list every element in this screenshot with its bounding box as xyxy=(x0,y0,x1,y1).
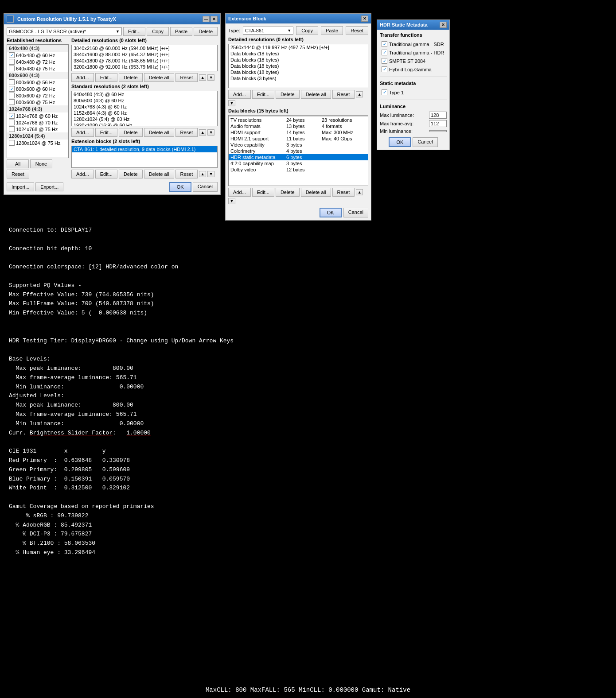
extension-up-arrow-icon[interactable]: ▲ xyxy=(199,171,206,177)
copy-button[interactable]: Copy xyxy=(147,27,169,36)
checkbox-640-72[interactable] xyxy=(9,59,15,65)
export-button[interactable]: Export... xyxy=(35,182,63,191)
extension-delete-all-button[interactable]: Delete all xyxy=(144,170,174,178)
close-button[interactable]: ✕ xyxy=(211,16,218,22)
chk-trad-sdr[interactable] xyxy=(382,41,387,47)
standard-item-1[interactable]: 800x600 (4:3) @ 60 Hz xyxy=(72,97,217,104)
detailed-item-3[interactable]: 3200x1800 @ 92.000 Hz (653.79 MHz) [+/+] xyxy=(72,64,217,70)
chk-type1[interactable] xyxy=(382,89,387,95)
standard-listbox[interactable]: 640x480 (4:3) @ 60 Hz 800x600 (4:3) @ 60… xyxy=(71,91,218,126)
delete-button[interactable]: Delete xyxy=(194,27,218,36)
ext-copy-button[interactable]: Copy xyxy=(296,26,318,35)
chk-trad-sdr-row[interactable]: Traditional gamma - SDR xyxy=(382,40,447,48)
detailed-item-2[interactable]: 3840x1800 @ 78.000 Hz (648.65 MHz) [+/+] xyxy=(72,58,217,64)
data-block-tv[interactable]: TV resolutions 24 bytes 23 resolutions xyxy=(229,117,368,123)
db-up-icon[interactable]: ▲ xyxy=(356,189,363,195)
chk-type1-row[interactable]: Type 1 xyxy=(382,89,447,96)
ext-ok-button[interactable]: OK xyxy=(320,208,342,217)
data-block-dolby[interactable]: Dolby video 12 bytes xyxy=(229,167,368,173)
established-item-800-72[interactable]: 800x600 @ 72 Hz xyxy=(7,92,68,99)
detailed-add-button[interactable]: Add... xyxy=(71,73,94,82)
ext-det-edit-button[interactable]: Edit... xyxy=(252,90,274,99)
extension-add-button[interactable]: Add... xyxy=(71,170,94,178)
established-item-640-75[interactable]: 640x480 @ 75 Hz xyxy=(7,65,68,72)
checkbox-640-60[interactable] xyxy=(9,52,15,58)
checkbox-1024-75[interactable] xyxy=(9,126,15,132)
max-frame-avg-input[interactable]: 112 xyxy=(429,120,447,127)
hdr-ok-button[interactable]: OK xyxy=(389,137,411,147)
chk-hlg-row[interactable]: Hybrid Log-Gamma xyxy=(382,66,447,73)
detailed-edit-button[interactable]: Edit... xyxy=(95,73,117,82)
ext-cancel-button[interactable]: Cancel xyxy=(343,208,368,217)
extension-item-1[interactable] xyxy=(72,152,217,159)
checkbox-800-56[interactable] xyxy=(9,79,15,85)
data-block-hdmi[interactable]: HDMI support 14 bytes Max: 300 MHz xyxy=(229,129,368,136)
standard-up-arrow-icon[interactable]: ▲ xyxy=(199,129,206,136)
db-delete-button[interactable]: Delete xyxy=(276,188,300,197)
ext-det-down-icon[interactable]: ▼ xyxy=(228,100,235,106)
extension-edit-button[interactable]: Edit... xyxy=(95,170,117,178)
ext-reset-button[interactable]: Reset xyxy=(346,26,368,35)
db-add-button[interactable]: Add... xyxy=(228,188,251,197)
min-luminance-input[interactable] xyxy=(429,130,447,132)
ext-detailed-item-5[interactable]: Data blocks (3 bytes) xyxy=(229,75,368,81)
data-blocks-listbox[interactable]: TV resolutions 24 bytes 23 resolutions A… xyxy=(228,115,368,186)
established-item-640-72[interactable]: 640x480 @ 72 Hz xyxy=(7,58,68,65)
db-down-icon[interactable]: ▼ xyxy=(228,198,235,204)
reset-established-button[interactable]: Reset xyxy=(7,170,29,178)
data-block-audio[interactable]: Audio formats 13 bytes 4 formats xyxy=(229,123,368,129)
ext-det-delete-all-button[interactable]: Delete all xyxy=(301,90,331,99)
extension-delete-button[interactable]: Delete xyxy=(119,170,143,178)
up-arrow-icon[interactable]: ▲ xyxy=(199,74,206,81)
detailed-reset-button[interactable]: Reset xyxy=(175,73,198,82)
detailed-item-1[interactable]: 3840x1600 @ 88.000 Hz (654.37 MHz) [+/+] xyxy=(72,51,217,58)
detailed-delete-button[interactable]: Delete xyxy=(119,73,143,82)
checkbox-640-75[interactable] xyxy=(9,66,15,71)
ext-detailed-item-0[interactable]: 2560x1440 @ 119.997 Hz (497.75 MHz) [+/+… xyxy=(229,44,368,50)
extension-item-0[interactable]: CTA-861: 1 detailed resolution, 9 data b… xyxy=(72,146,217,152)
down-arrow-icon[interactable]: ▼ xyxy=(207,74,214,81)
established-item-640-60[interactable]: 640x480 @ 60 Hz xyxy=(7,52,68,58)
max-luminance-input[interactable]: 128 xyxy=(429,112,447,119)
standard-add-button[interactable]: Add... xyxy=(71,128,94,137)
established-item-800-56[interactable]: 800x600 @ 56 Hz xyxy=(7,79,68,85)
established-item-1024-60[interactable]: 1024x768 @ 60 Hz xyxy=(7,112,68,119)
data-block-hdr[interactable]: HDR static metadata 6 bytes xyxy=(229,154,368,160)
chk-smpte-row[interactable]: SMPTE ST 2084 xyxy=(382,57,447,65)
standard-delete-button[interactable]: Delete xyxy=(119,128,143,137)
ext-detailed-item-3[interactable]: Data blocks (18 bytes) xyxy=(229,63,368,69)
standard-edit-button[interactable]: Edit... xyxy=(95,128,117,137)
extension-reset-button[interactable]: Reset xyxy=(175,170,198,178)
detailed-listbox[interactable]: 3840x2160 @ 60.000 Hz (594.00 MHz) [+/+]… xyxy=(71,45,218,71)
ext-det-up-icon[interactable]: ▲ xyxy=(356,91,363,97)
established-item-1280-75[interactable]: 1280x1024 @ 75 Hz xyxy=(7,140,68,146)
standard-item-2[interactable]: 1024x768 (4:3) @ 60 Hz xyxy=(72,104,217,110)
checkbox-800-75[interactable] xyxy=(9,99,15,105)
paste-button[interactable]: Paste xyxy=(170,27,192,36)
ext-paste-button[interactable]: Paste xyxy=(321,26,343,35)
established-item-800-75[interactable]: 800x600 @ 75 Hz xyxy=(7,99,68,105)
ok-button[interactable]: OK xyxy=(169,182,191,192)
ext-det-delete-button[interactable]: Delete xyxy=(276,90,300,99)
standard-reset-button[interactable]: Reset xyxy=(175,128,198,137)
edit-button[interactable]: Edit... xyxy=(123,27,145,36)
cancel-button[interactable]: Cancel xyxy=(193,182,218,192)
hdr-close-button[interactable]: ✕ xyxy=(440,22,447,28)
chk-trad-hdr-row[interactable]: Traditional gamma - HDR xyxy=(382,49,447,56)
db-reset-button[interactable]: Reset xyxy=(332,188,355,197)
ext-close-button[interactable]: ✕ xyxy=(361,16,368,22)
ext-det-add-button[interactable]: Add... xyxy=(228,90,251,99)
checkbox-800-60[interactable] xyxy=(9,86,15,92)
chk-hlg[interactable] xyxy=(382,66,387,72)
extension-listbox[interactable]: CTA-861: 1 detailed resolution, 9 data b… xyxy=(71,146,218,168)
standard-item-4[interactable]: 1280x1024 (5:4) @ 60 Hz xyxy=(72,116,217,122)
standard-item-0[interactable]: 640x480 (4:3) @ 60 Hz xyxy=(72,91,217,97)
ext-detailed-item-1[interactable]: Data blocks (18 bytes) xyxy=(229,50,368,57)
data-block-colorimetry[interactable]: Colorimetry 4 bytes xyxy=(229,148,368,154)
standard-item-5[interactable]: 1920x1080 (16:9) @ 60 Hz xyxy=(72,122,217,126)
established-item-800-60[interactable]: 800x600 @ 60 Hz xyxy=(7,85,68,92)
detailed-item-0[interactable]: 3840x2160 @ 60.000 Hz (594.00 MHz) [+/+] xyxy=(72,45,217,51)
chk-trad-hdr[interactable] xyxy=(382,50,387,55)
db-delete-all-button[interactable]: Delete all xyxy=(301,188,331,197)
data-block-420[interactable]: 4:2:0 capability map 3 bytes xyxy=(229,160,368,167)
